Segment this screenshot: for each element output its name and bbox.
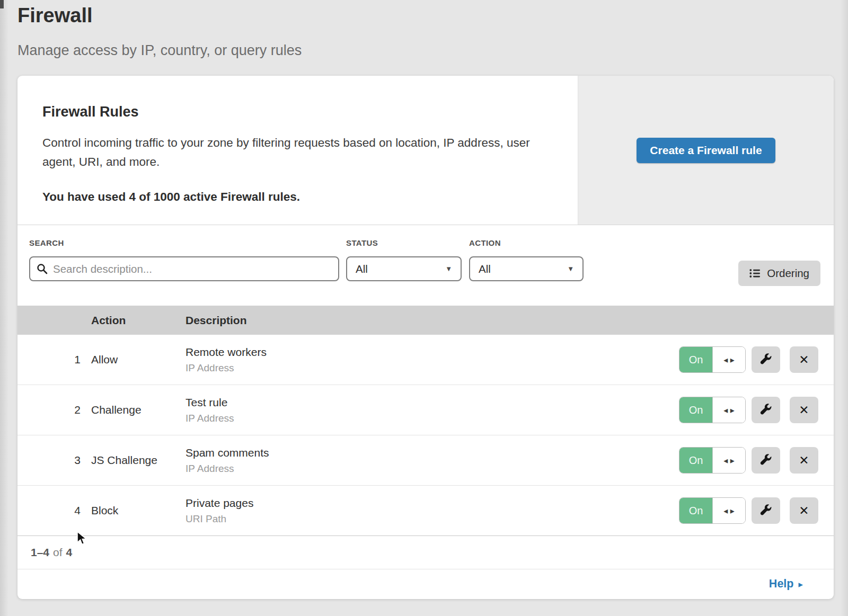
wrench-icon [759,353,773,367]
rule-controls: On ◂ ▸ ✕ [679,447,834,474]
action-column-header: Action [91,314,186,327]
action-filter: ACTION All ▼ [469,238,584,281]
wrench-icon [759,504,773,517]
delete-rule-button[interactable]: ✕ [790,447,818,474]
intro-text-block: Firewall Rules Control incoming traffic … [17,76,578,225]
pagination-bar: 1–4 of 4 [17,536,834,569]
left-right-arrows-icon: ◂ ▸ [723,405,735,415]
chevron-down-icon: ▼ [445,265,452,273]
left-right-arrows-icon: ◂ ▸ [723,506,735,516]
edit-rule-button[interactable] [752,346,780,373]
search-icon [37,263,48,274]
table-row: 3 JS Challenge Spam comments IP Address … [17,435,834,486]
wrench-icon [759,403,773,417]
ordering-button[interactable]: Ordering [738,261,820,286]
create-firewall-rule-button[interactable]: Create a Firewall rule [637,138,775,163]
rule-action: JS Challenge [91,454,186,467]
rule-description-cell: Private pages URI Path [186,497,679,525]
close-icon: ✕ [799,504,809,518]
window-edge-artifact [0,0,4,8]
search-box[interactable] [29,256,339,281]
status-label: STATUS [346,238,462,247]
status-filter: STATUS All ▼ [346,238,462,281]
delete-rule-button[interactable]: ✕ [790,397,818,423]
rule-enabled-toggle[interactable]: On ◂ ▸ [679,397,746,423]
left-right-arrows-icon: ◂ ▸ [723,355,735,365]
help-link-label: Help [769,577,794,591]
rule-match-type: IP Address [186,463,679,475]
page-subtitle: Manage access by IP, country, or query r… [17,42,302,59]
description-column-header: Description [186,314,834,327]
table-row: 2 Challenge Test rule IP Address On ◂ ▸ … [17,385,834,435]
status-selected-value: All [356,263,368,275]
rule-enabled-toggle[interactable]: On ◂ ▸ [679,447,746,474]
edit-rule-button[interactable] [752,397,780,423]
close-icon: ✕ [799,403,809,417]
rule-enabled-toggle[interactable]: On ◂ ▸ [679,497,746,524]
delete-rule-button[interactable]: ✕ [790,346,818,373]
rule-priority: 2 [17,404,91,416]
rule-enabled-toggle[interactable]: On ◂ ▸ [679,346,746,373]
firewall-rules-card: Firewall Rules Control incoming traffic … [17,76,834,599]
left-right-arrows-icon: ◂ ▸ [723,456,735,466]
toggle-handle[interactable]: ◂ ▸ [712,397,745,423]
toggle-on-label: On [679,347,712,372]
action-label: ACTION [469,238,584,247]
search-filter: SEARCH [29,238,339,281]
delete-rule-button[interactable]: ✕ [790,497,818,524]
search-input[interactable] [53,263,332,275]
rule-controls: On ◂ ▸ ✕ [679,346,834,373]
pagination-range: 1–4 [31,546,49,559]
rule-priority: 4 [17,504,91,517]
rule-match-type: IP Address [186,362,679,374]
rule-controls: On ◂ ▸ ✕ [679,497,834,524]
rule-controls: On ◂ ▸ ✕ [679,397,834,423]
table-row: 1 Allow Remote workers IP Address On ◂ ▸… [17,335,834,385]
rule-match-type: URI Path [186,513,679,525]
card-footer: Help ▸ [17,569,834,598]
usage-summary: You have used 4 of 1000 active Firewall … [42,190,556,204]
action-selected-value: All [479,263,491,275]
close-icon: ✕ [799,453,809,468]
action-select[interactable]: All ▼ [469,256,584,281]
rule-priority: 1 [17,353,91,366]
firewall-page: Firewall Manage access by IP, country, o… [0,0,848,616]
triangle-right-icon: ▸ [798,578,803,590]
section-heading: Firewall Rules [42,104,556,120]
chevron-down-icon: ▼ [567,265,574,273]
rule-description-cell: Spam comments IP Address [186,447,679,475]
toggle-handle[interactable]: ◂ ▸ [712,448,745,473]
table-row: 4 Block Private pages URI Path On ◂ ▸ ✕ [17,486,834,536]
pagination-of-label: of [53,546,63,559]
toggle-handle[interactable]: ◂ ▸ [712,347,745,372]
rule-description: Private pages [186,497,679,510]
rule-match-type: IP Address [186,413,679,424]
close-icon: ✕ [799,353,809,367]
rule-action: Block [91,504,186,517]
rule-description: Test rule [186,396,679,409]
help-link[interactable]: Help ▸ [769,577,803,591]
search-label: SEARCH [29,238,339,247]
rule-description-cell: Test rule IP Address [186,396,679,424]
create-rule-panel: Create a Firewall rule [578,76,834,225]
toggle-on-label: On [679,397,712,423]
pagination-total: 4 [66,546,73,559]
ordering-button-label: Ordering [767,267,809,280]
toggle-handle[interactable]: ◂ ▸ [712,498,745,523]
table-header: Action Description [17,306,834,335]
rule-action: Challenge [91,404,186,416]
toggle-on-label: On [679,498,712,523]
rule-description-cell: Remote workers IP Address [186,346,679,374]
rule-description: Spam comments [186,447,679,459]
page-title: Firewall [17,4,93,27]
rule-priority: 3 [17,454,91,467]
ordering-list-icon [749,269,761,278]
wrench-icon [759,453,773,467]
status-select[interactable]: All ▼ [346,256,462,281]
intro-section: Firewall Rules Control incoming traffic … [17,76,834,225]
filter-bar: SEARCH STATUS All ▼ ACTION [17,225,834,306]
edit-rule-button[interactable] [752,497,780,524]
edit-rule-button[interactable] [752,447,780,474]
section-description: Control incoming traffic to your zone by… [42,133,546,172]
rule-action: Allow [91,353,186,366]
